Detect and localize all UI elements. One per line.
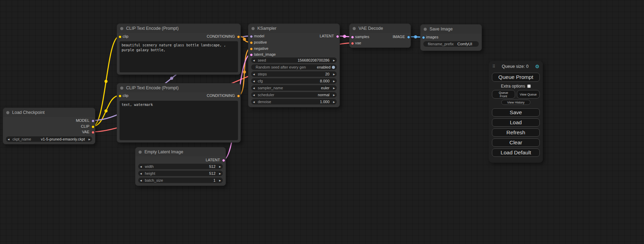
arrow-right-icon[interactable]: ▶ (332, 87, 335, 89)
collapse-dot[interactable] (252, 27, 255, 30)
arrow-left-icon[interactable]: ◀ (253, 87, 256, 89)
node-ksampler[interactable]: KSampler model positive negative latent_… (248, 24, 340, 107)
node-title: KSampler (257, 26, 276, 31)
toggle-dot[interactable] (332, 66, 335, 69)
port-latent-output[interactable] (336, 35, 339, 38)
collapse-dot[interactable] (424, 28, 427, 31)
node-graph-canvas[interactable]: Load Checkpoint MODEL CLIP VAE ◀ ckpt_na… (0, 0, 644, 244)
node-header[interactable]: Save Image (421, 25, 482, 34)
node-empty-latent-image[interactable]: Empty Latent Image LATENT ◀ width 512 ▶ … (135, 147, 226, 186)
queue-front-button[interactable]: Queue Front (492, 90, 515, 99)
port-samples-input[interactable] (351, 36, 354, 39)
port-images-input[interactable] (422, 36, 425, 39)
node-header[interactable]: CLIP Text Encode (Prompt) (117, 24, 240, 33)
port-model-input[interactable] (250, 35, 253, 38)
arrow-right-icon[interactable]: ▶ (218, 165, 221, 168)
port-vae-input[interactable] (351, 42, 354, 45)
collapse-dot[interactable] (6, 111, 9, 114)
widget-width[interactable]: ◀ width 512 ▶ (138, 164, 223, 169)
output-label-conditioning: CONDITIONING (207, 93, 235, 98)
link-midpoint-dot (170, 77, 173, 80)
refresh-button[interactable]: Refresh (492, 128, 540, 137)
port-clip-input[interactable] (118, 94, 122, 98)
widget-ckpt-name[interactable]: ◀ ckpt_name v1-5-pruned-emaonly.ckpt ▶ (6, 136, 92, 142)
queue-menu-panel[interactable]: ⠿ Queue size: 0 ⚙ Queue Prompt Extra opt… (489, 61, 543, 163)
link-midpoint-dot (105, 80, 108, 83)
view-history-button[interactable]: View History (501, 100, 530, 105)
arrow-right-icon[interactable]: ▶ (218, 179, 221, 182)
input-label-latent-image: latent_image (254, 52, 276, 56)
port-latent-output[interactable] (222, 159, 225, 162)
node-load-checkpoint[interactable]: Load Checkpoint MODEL CLIP VAE ◀ ckpt_na… (3, 108, 95, 144)
node-clip-text-encode-negative[interactable]: CLIP Text Encode (Prompt) clip CONDITION… (117, 83, 241, 143)
widget-seed[interactable]: ◀ seed 156680208700286 ▶ (251, 57, 337, 63)
gear-icon[interactable]: ⚙ (535, 64, 539, 69)
node-title: Save Image (430, 27, 453, 31)
widget-cfg[interactable]: ◀ cfg 8.000 ▶ (251, 78, 337, 84)
arrow-right-icon[interactable]: ▶ (332, 101, 335, 103)
widget-batch-size[interactable]: ◀ batch_size 1 ▶ (138, 178, 223, 183)
arrow-left-icon[interactable]: ◀ (140, 165, 143, 168)
port-conditioning-output[interactable] (237, 94, 240, 98)
node-vae-decode[interactable]: VAE Decode samples vae IMAGE (349, 24, 411, 48)
prompt-textarea[interactable]: beautiful scenery nature glass bottle la… (120, 41, 238, 72)
widget-denoise[interactable]: ◀ denoise 1.000 ▶ (251, 99, 337, 105)
port-vae-output[interactable] (91, 131, 95, 134)
widget-filename-prefix[interactable]: filename_prefix ComfyUI (423, 41, 479, 47)
arrow-right-icon[interactable]: ▶ (218, 172, 221, 175)
node-header[interactable]: Load Checkpoint (3, 108, 95, 117)
port-clip-output[interactable] (91, 125, 95, 128)
arrow-right-icon[interactable]: ▶ (332, 73, 335, 75)
widget-height[interactable]: ◀ height 512 ▶ (138, 171, 223, 176)
node-save-image[interactable]: Save Image images filename_prefix ComfyU… (420, 24, 482, 51)
arrow-right-icon[interactable]: ▶ (332, 59, 335, 62)
widget-value: 512 (209, 171, 215, 175)
arrow-right-icon[interactable]: ▶ (332, 94, 335, 96)
widget-random-seed-toggle[interactable]: Random seed after every gen enabled (251, 64, 337, 70)
arrow-left-icon[interactable]: ◀ (253, 80, 256, 82)
input-label-clip: clip (123, 34, 129, 38)
widget-steps[interactable]: ◀ steps 20 ▶ (251, 71, 337, 77)
load-default-button[interactable]: Load Default (492, 148, 540, 157)
queue-prompt-button[interactable]: Queue Prompt (492, 73, 540, 82)
collapse-dot[interactable] (120, 27, 123, 30)
widget-sampler-name[interactable]: ◀ sampler_name euler ▶ (251, 85, 337, 91)
port-image-output[interactable] (407, 36, 410, 39)
collapse-dot[interactable] (139, 151, 142, 154)
view-queue-button[interactable]: View Queue (517, 90, 540, 99)
node-header[interactable]: VAE Decode (350, 24, 411, 33)
node-header[interactable]: Empty Latent Image (135, 147, 226, 156)
arrow-right-icon[interactable]: ▶ (87, 138, 90, 141)
collapse-dot[interactable] (120, 87, 123, 90)
node-header[interactable]: CLIP Text Encode (Prompt) (117, 83, 240, 92)
extra-options-checkbox[interactable] (527, 84, 531, 88)
widget-scheduler[interactable]: ◀ scheduler normal ▶ (251, 92, 337, 98)
widget-name: ckpt_name (12, 137, 31, 141)
port-positive-input[interactable] (250, 41, 253, 44)
output-label-latent: LATENT (320, 34, 334, 38)
widget-value: 1 (213, 178, 215, 182)
widget-value: v1-5-pruned-emaonly.ckpt (41, 137, 85, 141)
arrow-right-icon[interactable]: ▶ (332, 80, 335, 82)
input-label-images: images (426, 35, 438, 39)
port-latent-image-input[interactable] (250, 53, 253, 56)
arrow-left-icon[interactable]: ◀ (253, 59, 256, 62)
arrow-left-icon[interactable]: ◀ (253, 94, 256, 96)
save-button[interactable]: Save (492, 108, 540, 117)
node-header[interactable]: KSampler (248, 24, 339, 33)
load-button[interactable]: Load (492, 118, 540, 127)
clear-button[interactable]: Clear (492, 138, 540, 147)
port-conditioning-output[interactable] (237, 35, 240, 38)
prompt-textarea[interactable]: text, watermark (120, 101, 238, 140)
port-negative-input[interactable] (250, 47, 253, 51)
collapse-dot[interactable] (353, 27, 356, 30)
arrow-left-icon[interactable]: ◀ (253, 73, 256, 75)
arrow-left-icon[interactable]: ◀ (253, 101, 256, 103)
arrow-left-icon[interactable]: ◀ (140, 179, 143, 182)
port-clip-input[interactable] (118, 35, 122, 38)
arrow-left-icon[interactable]: ◀ (8, 138, 11, 141)
node-clip-text-encode-positive[interactable]: CLIP Text Encode (Prompt) clip CONDITION… (117, 24, 241, 75)
port-model-output[interactable] (91, 119, 95, 123)
drag-handle-icon[interactable]: ⠿ (492, 64, 495, 69)
arrow-left-icon[interactable]: ◀ (140, 172, 143, 175)
